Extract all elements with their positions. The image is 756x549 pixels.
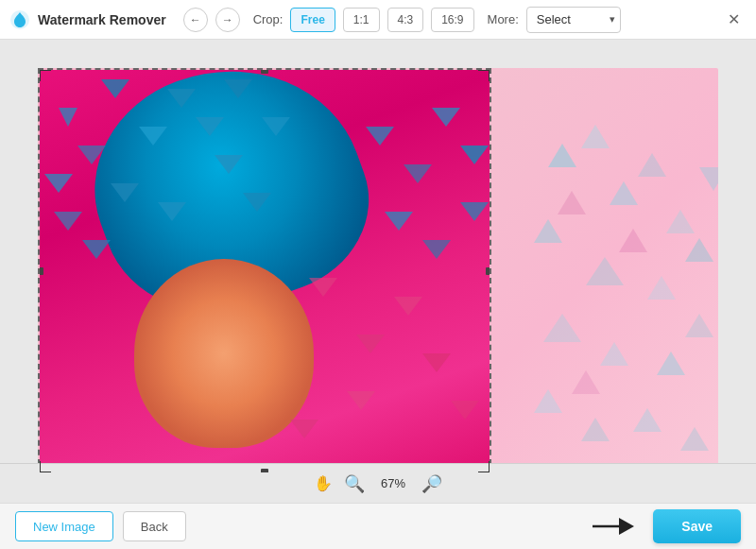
svg-marker-7	[586, 257, 624, 285]
svg-marker-34	[215, 155, 243, 174]
svg-marker-44	[366, 127, 394, 146]
svg-marker-4	[638, 153, 666, 177]
select-dropdown[interactable]: Select Custom Square Portrait Landscape	[526, 7, 621, 33]
svg-marker-28	[196, 117, 224, 136]
svg-marker-20	[572, 370, 600, 394]
svg-marker-5	[666, 210, 695, 233]
crop-label: Crop:	[253, 12, 284, 26]
svg-marker-15	[581, 418, 610, 441]
svg-marker-38	[356, 335, 385, 353]
svg-marker-43	[451, 401, 479, 420]
arrow-icon	[591, 513, 636, 540]
svg-marker-19	[619, 229, 647, 252]
image-container	[38, 68, 718, 474]
svg-marker-23	[101, 79, 129, 98]
zoom-out-icon[interactable]: 🔎	[421, 473, 442, 494]
svg-marker-27	[167, 89, 196, 108]
app-logo-icon	[9, 9, 30, 30]
svg-marker-35	[243, 193, 271, 212]
svg-marker-1	[548, 144, 576, 167]
svg-marker-12	[657, 352, 685, 375]
svg-marker-50	[460, 202, 489, 221]
svg-marker-26	[44, 174, 73, 193]
crop-handle-bottom-right[interactable]	[478, 461, 491, 474]
svg-marker-42	[290, 420, 318, 438]
crop-4-3-button[interactable]: 4:3	[387, 8, 424, 32]
app-title: Watermark Remover	[38, 12, 166, 27]
footer-bar: New Image Back Save	[0, 503, 756, 549]
crop-handle-top-left[interactable]	[38, 68, 51, 81]
svg-marker-16	[633, 408, 662, 432]
svg-marker-6	[534, 219, 562, 243]
svg-marker-10	[543, 314, 581, 342]
canvas-area: ✋ 🔍 67% 🔎	[0, 40, 756, 503]
crop-handle-left-mid[interactable]	[38, 267, 43, 275]
right-arrow-svg	[591, 513, 636, 540]
svg-marker-33	[82, 240, 111, 259]
svg-marker-31	[158, 202, 186, 221]
svg-marker-37	[309, 278, 337, 297]
svg-marker-24	[139, 127, 167, 146]
svg-marker-47	[460, 146, 489, 164]
svg-marker-46	[432, 108, 460, 127]
svg-marker-32	[54, 212, 82, 231]
select-wrapper: Select Custom Square Portrait Landscape	[526, 7, 621, 33]
person-background	[40, 70, 490, 472]
svg-marker-3	[610, 181, 638, 205]
svg-marker-2	[581, 125, 610, 148]
svg-marker-22	[59, 108, 77, 127]
svg-marker-39	[394, 297, 422, 316]
svg-marker-8	[647, 276, 676, 300]
svg-marker-21	[699, 167, 718, 191]
hand-tool-icon[interactable]: ✋	[314, 474, 333, 492]
svg-marker-36	[262, 117, 290, 136]
svg-marker-9	[685, 238, 713, 262]
svg-marker-49	[422, 240, 451, 259]
zoom-in-icon[interactable]: 🔍	[344, 473, 365, 494]
svg-marker-45	[404, 164, 432, 183]
svg-marker-40	[422, 353, 451, 372]
svg-marker-29	[224, 79, 252, 98]
svg-marker-30	[111, 183, 139, 202]
crop-handle-top-right[interactable]	[478, 68, 491, 81]
svg-marker-17	[680, 427, 709, 451]
crop-handle-top-mid[interactable]	[261, 68, 268, 74]
save-button[interactable]: Save	[653, 509, 741, 543]
svg-marker-11	[600, 342, 628, 366]
confetti-triangles-svg	[40, 70, 490, 472]
main-image[interactable]	[38, 68, 491, 474]
svg-marker-14	[534, 389, 562, 413]
svg-marker-48	[385, 212, 413, 231]
crop-16-9-button[interactable]: 16:9	[431, 8, 473, 32]
zoom-toolbar: ✋ 🔍 67% 🔎	[0, 463, 756, 503]
new-image-button[interactable]: New Image	[15, 511, 113, 541]
close-button[interactable]: ✕	[720, 7, 747, 33]
crop-handle-right-mid[interactable]	[486, 267, 491, 275]
svg-marker-52	[619, 518, 634, 535]
crop-handle-bottom-left[interactable]	[38, 461, 51, 474]
crop-1-1-button[interactable]: 1:1	[343, 8, 380, 32]
svg-marker-13	[685, 314, 713, 337]
more-label: More:	[488, 12, 519, 26]
crop-free-button[interactable]: Free	[290, 8, 335, 32]
titlebar: Watermark Remover ← → Crop: Free 1:1 4:3…	[0, 0, 756, 40]
svg-marker-25	[77, 146, 106, 164]
svg-marker-18	[558, 191, 586, 214]
zoom-percent-label: 67%	[376, 476, 410, 490]
svg-marker-41	[347, 391, 375, 410]
nav-forward-button[interactable]: →	[215, 8, 240, 32]
nav-back-button[interactable]: ←	[183, 8, 208, 32]
back-button[interactable]: Back	[123, 511, 186, 541]
